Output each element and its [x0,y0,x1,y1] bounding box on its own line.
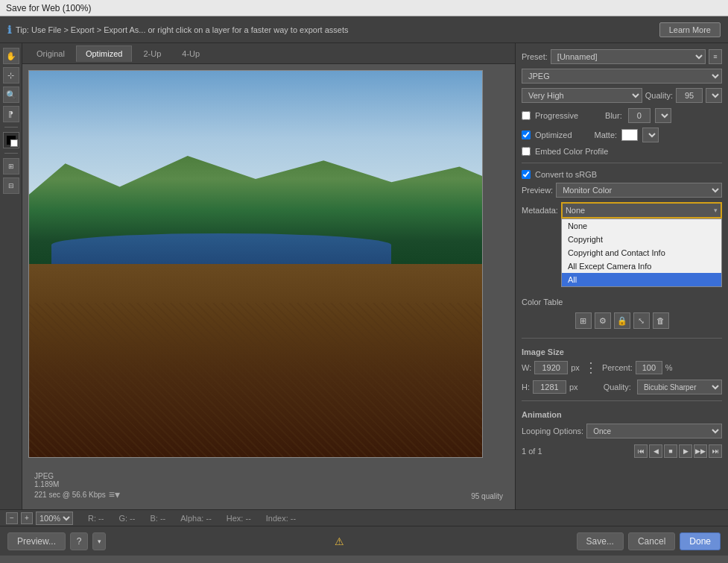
metadata-select[interactable]: None ▾ [561,202,722,218]
zoom-tool[interactable]: 🔍 [3,87,19,103]
select-tool[interactable]: ⊹ [3,67,19,84]
divider-1 [522,163,722,163]
convert-srgb-label: Convert to sRGB [535,170,597,179]
stop-button[interactable]: ■ [664,444,677,458]
image-height-row: H: px Quality: Bicubic Sharper [522,380,722,394]
height-input[interactable] [533,380,566,394]
embed-color-checkbox[interactable] [522,147,531,156]
quality-preset-select[interactable]: Very High [522,88,642,103]
preset-menu-button[interactable]: ≡ [709,49,722,64]
metadata-option-copyright-contact[interactable]: Copyright and Contact Info [562,246,721,260]
progressive-checkbox[interactable] [522,111,531,120]
link-icon: ⋮ [584,361,598,374]
tab-optimized[interactable]: Optimized [76,45,133,62]
matte-swatch[interactable] [621,129,638,141]
metadata-value: None [566,206,585,215]
resample-select[interactable]: Bicubic Sharper [637,380,722,394]
zoom-minus-button[interactable]: − [6,512,18,524]
tip-bar: ℹ Tip: Use File > Export > Export As... … [0,16,728,43]
preset-label: Preset: [522,52,548,61]
preview-button[interactable]: Preview... [7,532,66,550]
looping-label: Looping Options: [522,427,583,435]
metadata-option-except-camera[interactable]: All Except Camera Info [562,260,721,273]
metadata-option-copyright[interactable]: Copyright [562,233,721,246]
optimized-checkbox[interactable] [522,130,531,139]
tab-4up[interactable]: 4-Up [172,45,209,62]
grid-toggle[interactable]: ⊞ [3,158,19,174]
percent-sign: % [665,363,673,372]
quality-arrow[interactable]: ▾ [706,88,722,103]
hand-tool[interactable]: ✋ [3,48,19,64]
quality-input[interactable] [676,88,703,103]
image-info: JPEG 1.189M 221 sec @ 56.6 Kbps ≡▾ [34,472,120,500]
preview-row: Preview: Monitor Color [522,183,722,198]
r-status: R: -- [88,514,104,523]
prev-frame-button[interactable]: ◀ [649,444,662,458]
frame-counter: 1 of 1 [522,447,542,456]
metadata-option-all[interactable]: All [562,273,721,286]
progressive-row: Progressive Blur: ▾ [522,107,722,124]
lock-icon-btn[interactable]: 🔒 [614,312,630,329]
center-area: Original Optimized 2-Up 4-Up [22,43,515,509]
index-status: Index: -- [266,514,296,523]
animation-buttons: ⏮ ◀ ■ ▶ ▶▶ ⏭ [634,444,722,458]
resize-icon-btn[interactable]: ⤡ [633,312,650,329]
help-button[interactable]: ? [70,532,88,550]
help-dropdown-button[interactable]: ▾ [92,532,106,550]
preview-label: Preview: [522,186,553,195]
preset-row: Preset: [Unnamed] ≡ [522,49,722,64]
width-px-label: px [571,363,580,372]
preset-select[interactable]: [Unnamed] [551,49,706,64]
tool-separator [4,127,18,128]
color-swatch[interactable] [3,132,19,148]
done-button[interactable]: Done [680,532,721,550]
preview-select[interactable]: Monitor Color [556,183,722,198]
rock-overlay [29,303,482,457]
metadata-dropdown-arrow: ▾ [714,207,718,214]
progressive-label: Progressive [535,111,578,120]
metadata-option-none[interactable]: None [562,219,721,233]
animation-section: Animation [522,410,722,419]
alpha-status: Alpha: -- [180,514,212,523]
next-frame-button[interactable]: ▶▶ [694,444,707,458]
zoom-plus-button[interactable]: + [21,512,33,524]
embed-color-label: Embed Color Profile [535,147,608,156]
percent-input[interactable] [636,361,662,374]
quality-preset-row: Very High Quality: ▾ [522,88,722,103]
quality-label: Quality: [645,91,673,100]
cancel-button[interactable]: Cancel [628,532,675,550]
width-label: W: [522,363,531,372]
format-select[interactable]: JPEG [522,69,722,84]
last-frame-button[interactable]: ⏭ [709,444,722,458]
trash-icon-btn[interactable]: 🗑 [653,312,669,329]
zoom-select[interactable]: 100% [36,512,73,525]
arrange-icon-btn[interactable]: ⊞ [575,312,592,329]
convert-srgb-row: Convert to sRGB [522,169,722,180]
canvas-frame [28,70,483,458]
slice-toggle[interactable]: ⊟ [3,177,19,194]
convert-srgb-checkbox[interactable] [522,170,531,179]
looping-select[interactable]: Once [586,424,722,438]
learn-more-button[interactable]: Learn More [659,22,721,37]
color-table-label: Color Table [522,298,563,306]
blur-input[interactable] [628,108,651,123]
embed-color-row: Embed Color Profile [522,146,722,157]
save-button[interactable]: Save... [577,532,624,550]
width-input[interactable] [534,361,568,374]
b-status: B: -- [150,514,165,523]
quality-text-label: Quality: [604,383,631,391]
tab-original[interactable]: Original [27,45,75,62]
eyedropper-tool[interactable]: ⁋ [3,106,19,122]
zoom-controls: − + 100% [6,512,73,525]
settings-icon-btn[interactable]: ⚙ [595,312,611,329]
play-button[interactable]: ▶ [679,444,692,458]
blur-arrow[interactable]: ▾ [655,108,671,123]
percent-label: Percent: [602,363,633,372]
metadata-dropdown-list: None Copyright Copyright and Contact Inf… [561,218,722,287]
format-row: JPEG [522,69,722,84]
tab-2up[interactable]: 2-Up [133,45,171,62]
icon-buttons-row: ⊞ ⚙ 🔒 ⤡ 🗑 [522,312,722,329]
first-frame-button[interactable]: ⏮ [634,444,648,458]
matte-arrow[interactable]: ▾ [642,128,659,142]
tip-text: Tip: Use File > Export > Export As... or… [16,25,655,34]
